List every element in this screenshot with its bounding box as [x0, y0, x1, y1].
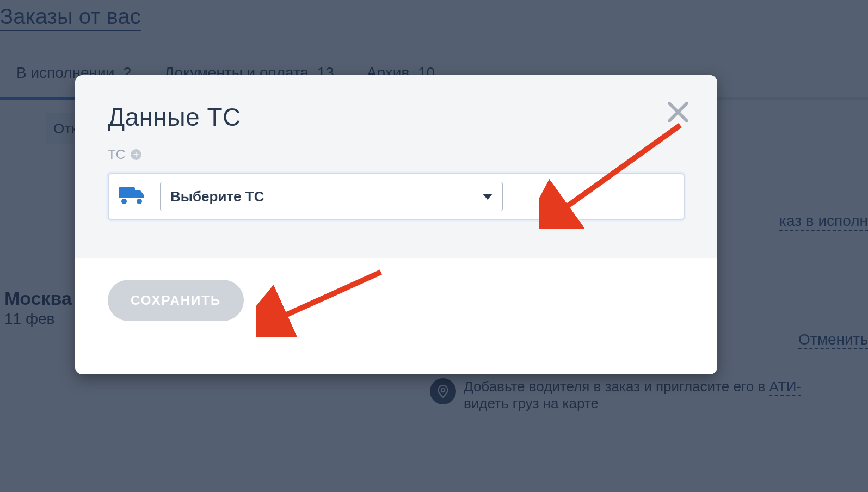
vehicle-data-modal: Данные ТС ТС + Выберите ТС: [75, 75, 717, 374]
truck-icon: [119, 185, 146, 208]
modal-title: Данные ТС: [108, 102, 685, 132]
svg-point-5: [137, 199, 142, 204]
tc-select[interactable]: Выберите ТС: [160, 182, 503, 211]
svg-rect-3: [119, 187, 135, 198]
save-button-label: СОХРАНИТЬ: [131, 293, 221, 308]
tc-field-label: ТС +: [108, 147, 685, 162]
close-icon[interactable]: [665, 99, 691, 125]
chevron-down-icon: [483, 194, 493, 200]
modal-upper: Данные ТС ТС + Выберите ТС: [75, 75, 717, 258]
modal-lower: СОХРАНИТЬ: [75, 258, 717, 374]
save-button[interactable]: СОХРАНИТЬ: [108, 280, 244, 321]
tc-select-placeholder: Выберите ТС: [170, 188, 264, 205]
svg-point-4: [121, 199, 127, 204]
tc-label-text: ТС: [108, 147, 125, 162]
plus-circle-icon[interactable]: +: [131, 149, 141, 160]
tc-select-container: Выберите ТС: [108, 173, 685, 220]
